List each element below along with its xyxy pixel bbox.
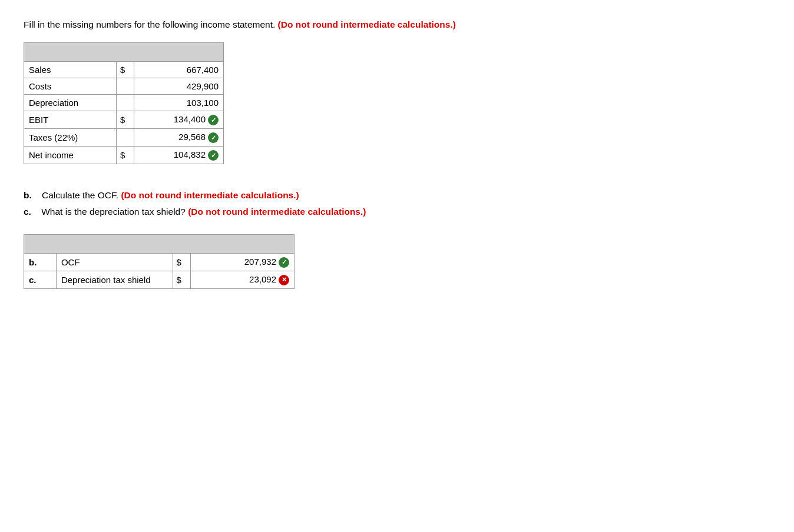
income-row-dollar: $ bbox=[117, 147, 134, 164]
income-row-dollar: $ bbox=[117, 62, 134, 78]
income-row-value: 134,400✓ bbox=[134, 111, 224, 129]
table-row: Net income$104,832✓ bbox=[24, 147, 224, 164]
income-row-dollar bbox=[117, 129, 134, 147]
income-row-label: Sales bbox=[24, 62, 117, 78]
section-c-highlight: (Do not round intermediate calculations.… bbox=[188, 207, 366, 217]
check-icon: ✓ bbox=[279, 257, 289, 268]
results-row-letter: b. bbox=[24, 253, 57, 271]
table-row: Taxes (22%)29,568✓ bbox=[24, 129, 224, 147]
income-table-header bbox=[24, 43, 224, 62]
table-row: EBIT$134,400✓ bbox=[24, 111, 224, 129]
income-row-label: Taxes (22%) bbox=[24, 129, 117, 147]
table-row: c.Depreciation tax shield$23,092✕ bbox=[24, 271, 295, 288]
section-b-text: Calculate the OCF. bbox=[42, 190, 118, 200]
table-row: b.OCF$207,932✓ bbox=[24, 253, 295, 271]
intro-paragraph: Fill in the missing numbers for the foll… bbox=[24, 18, 770, 32]
cross-icon: ✕ bbox=[279, 275, 289, 285]
income-row-value: 104,832✓ bbox=[134, 147, 224, 164]
results-row-letter: c. bbox=[24, 271, 57, 288]
table-row: Costs429,900 bbox=[24, 78, 224, 95]
results-table-header bbox=[24, 234, 295, 253]
income-statement-table: Sales$667,400Costs429,900Depreciation103… bbox=[24, 42, 224, 164]
income-row-value: 103,100 bbox=[134, 95, 224, 111]
table-row: Sales$667,400 bbox=[24, 62, 224, 78]
income-row-value: 667,400 bbox=[134, 62, 224, 78]
section-b-highlight: (Do not round intermediate calculations.… bbox=[121, 190, 299, 200]
income-row-dollar bbox=[117, 95, 134, 111]
section-c-paragraph: c. What is the depreciation tax shield? … bbox=[24, 204, 770, 220]
check-icon: ✓ bbox=[208, 132, 219, 143]
section-b-paragraph: b. Calculate the OCF. (Do not round inte… bbox=[24, 188, 770, 203]
results-row-value: 23,092✕ bbox=[191, 271, 295, 288]
check-icon: ✓ bbox=[208, 150, 219, 161]
results-row-label: Depreciation tax shield bbox=[56, 271, 173, 288]
income-row-label: Net income bbox=[24, 147, 117, 164]
results-row-dollar: $ bbox=[173, 271, 191, 288]
table-row: Depreciation103,100 bbox=[24, 95, 224, 111]
check-icon: ✓ bbox=[208, 115, 219, 125]
section-c-text: What is the depreciation tax shield? bbox=[41, 207, 186, 217]
income-row-label: EBIT bbox=[24, 111, 117, 129]
income-row-dollar bbox=[117, 78, 134, 95]
results-table: b.OCF$207,932✓c.Depreciation tax shield$… bbox=[24, 234, 295, 289]
intro-text-before: Fill in the missing numbers for the foll… bbox=[24, 19, 275, 29]
results-row-dollar: $ bbox=[173, 253, 191, 271]
section-c-label: c. bbox=[24, 207, 31, 217]
income-row-value: 429,900 bbox=[134, 78, 224, 95]
results-row-label: OCF bbox=[56, 253, 173, 271]
section-b-label: b. bbox=[24, 190, 32, 200]
results-row-value: 207,932✓ bbox=[191, 253, 295, 271]
intro-highlight: (Do not round intermediate calculations.… bbox=[278, 19, 456, 29]
income-row-label: Costs bbox=[24, 78, 117, 95]
section-bc-container: b. Calculate the OCF. (Do not round inte… bbox=[24, 188, 770, 220]
income-row-value: 29,568✓ bbox=[134, 129, 224, 147]
income-row-dollar: $ bbox=[117, 111, 134, 129]
income-row-label: Depreciation bbox=[24, 95, 117, 111]
